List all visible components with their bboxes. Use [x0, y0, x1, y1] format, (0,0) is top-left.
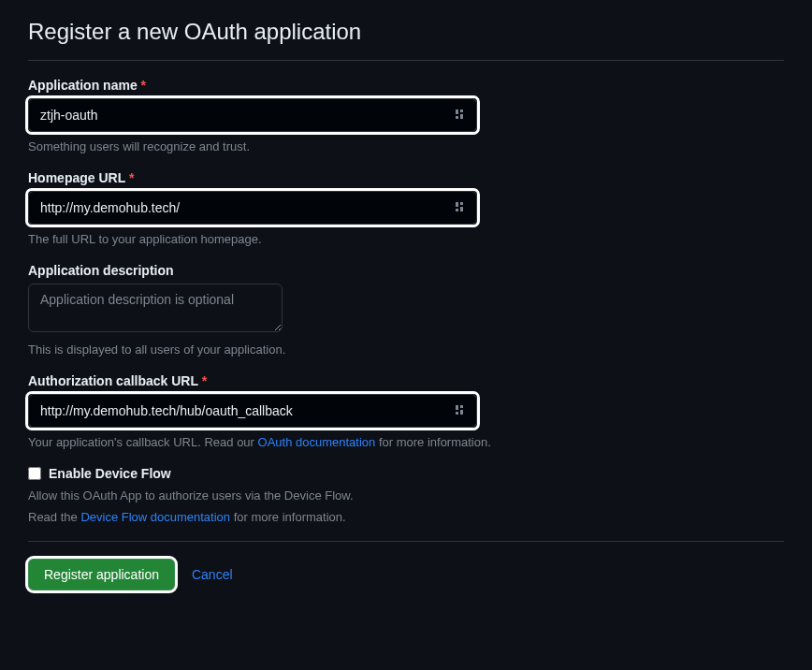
help-prefix: Read the [28, 510, 80, 524]
callback-url-input[interactable] [28, 394, 477, 428]
device-flow-documentation-link[interactable]: Device Flow documentation [80, 510, 230, 524]
oauth-documentation-link[interactable]: OAuth documentation [258, 435, 376, 449]
application-name-help: Something users will recognize and trust… [28, 139, 784, 153]
required-asterisk: * [141, 78, 146, 93]
callback-url-input-wrap [28, 394, 477, 428]
device-flow-help-1: Allow this OAuth App to authorize users … [28, 488, 784, 502]
field-callback-url: Authorization callback URL * Your applic… [28, 373, 784, 449]
form-actions: Register application Cancel [28, 559, 784, 590]
register-button-highlight: Register application [28, 559, 175, 590]
label-text: Application name [28, 78, 138, 93]
application-name-input[interactable] [28, 98, 477, 132]
field-homepage-url: Homepage URL * The full URL to your appl… [28, 170, 784, 246]
homepage-url-label: Homepage URL * [28, 170, 784, 185]
field-application-description: Application description This is displaye… [28, 263, 784, 357]
callback-url-help: Your application's callback URL. Read ou… [28, 435, 784, 449]
divider [28, 541, 784, 542]
help-suffix: for more information. [375, 435, 491, 449]
required-asterisk: * [129, 170, 134, 185]
application-name-input-wrap [28, 98, 477, 132]
required-asterisk: * [202, 373, 207, 388]
divider [28, 60, 784, 61]
application-description-label: Application description [28, 263, 784, 278]
label-text: Authorization callback URL [28, 373, 198, 388]
cancel-button[interactable]: Cancel [192, 567, 233, 582]
homepage-url-help: The full URL to your application homepag… [28, 232, 784, 246]
label-text: Homepage URL [28, 170, 125, 185]
homepage-url-input[interactable] [28, 191, 477, 225]
enable-device-flow-checkbox[interactable] [28, 467, 41, 480]
help-suffix: for more information. [230, 510, 346, 524]
register-application-button[interactable]: Register application [28, 559, 175, 590]
application-description-textarea[interactable] [28, 284, 283, 332]
callback-url-label: Authorization callback URL * [28, 373, 784, 388]
page-title: Register a new OAuth application [28, 19, 784, 54]
application-description-help: This is displayed to all users of your a… [28, 342, 784, 357]
homepage-url-input-wrap [28, 191, 477, 225]
device-flow-help-2: Read the Device Flow documentation for m… [28, 510, 784, 524]
field-device-flow: Enable Device Flow Allow this OAuth App … [28, 466, 784, 524]
enable-device-flow-label: Enable Device Flow [49, 466, 171, 481]
field-application-name: Application name * Something users will … [28, 78, 784, 153]
application-name-label: Application name * [28, 78, 784, 93]
help-prefix: Your application's callback URL. Read ou… [28, 435, 258, 449]
